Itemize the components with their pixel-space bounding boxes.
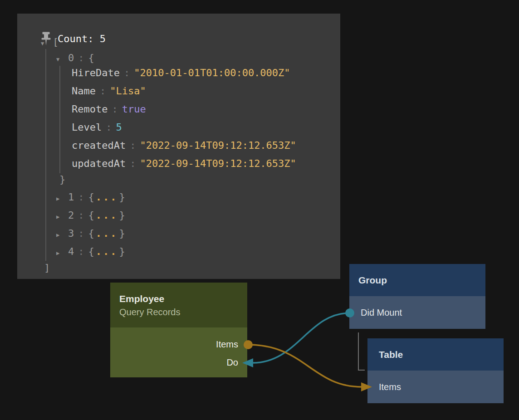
property-key: Remote — [72, 103, 108, 115]
group-node-header[interactable]: Group — [349, 264, 485, 296]
port-didmount-output[interactable]: Did Mount — [349, 296, 485, 329]
property-key: Name — [72, 85, 96, 97]
property-value: "2010-01-01T01:00:00.000Z" — [134, 67, 290, 78]
chevron-collapsed-icon[interactable]: ▶ — [56, 247, 68, 259]
brace-close: } — [119, 246, 125, 257]
item-index: 4 — [68, 246, 74, 257]
chevron-collapsed-icon[interactable]: ▶ — [56, 192, 68, 205]
group-node[interactable]: Group Did Mount — [349, 264, 485, 329]
table-node-header[interactable]: Table — [367, 338, 504, 371]
brace-close: } — [119, 228, 125, 239]
ellipsis: ... — [96, 210, 118, 221]
ellipsis: ... — [96, 228, 118, 239]
bracket-close: ] — [44, 262, 50, 273]
colon: : — [78, 246, 84, 257]
node-title: Table — [379, 349, 403, 360]
port-items-output[interactable]: Items — [110, 335, 247, 353]
brace-open: { — [88, 228, 94, 239]
colon: : — [124, 67, 130, 78]
property-value: "Lisa" — [110, 85, 146, 97]
colon: : — [78, 191, 84, 203]
wire-items-to-items[interactable] — [248, 345, 362, 387]
tree-property-row: updatedAt:"2022-09-14T09:12:12.653Z" — [17, 157, 296, 170]
colon: : — [78, 52, 84, 63]
port-label: Items — [379, 382, 401, 392]
colon: : — [130, 158, 136, 169]
colon: : — [100, 85, 106, 97]
table-node[interactable]: Table Items — [367, 338, 504, 403]
property-value: true — [122, 103, 146, 115]
item-index: 2 — [68, 210, 74, 221]
tree-item0-close-row: } — [17, 173, 65, 186]
employee-node[interactable]: Employee Query Records Items Do — [110, 283, 247, 377]
item-index: 1 — [68, 191, 74, 203]
property-value: 5 — [116, 122, 122, 133]
port-items-input[interactable]: Items — [367, 371, 504, 403]
node-editor-canvas: Count: 5 ▼[ ▼0:{ HireDate:"2010-01-01T01… — [0, 0, 519, 420]
tree-collapsed-row[interactable]: ▶3:{...} — [17, 227, 125, 240]
property-value: "2022-09-14T09:12:12.653Z" — [140, 140, 296, 151]
brace-open: { — [88, 52, 94, 63]
brace-open: { — [88, 191, 94, 203]
brace-close: } — [59, 174, 65, 185]
wire-didmount-to-do[interactable] — [253, 313, 350, 363]
node-subtitle: Query Records — [119, 305, 247, 319]
node-title: Group — [358, 275, 387, 286]
tree-collapsed-row[interactable]: ▶2:{...} — [17, 209, 125, 222]
employee-node-ports: Items Do — [110, 327, 247, 377]
inspector-title: Count: 5 — [58, 33, 106, 44]
colon: : — [78, 210, 84, 221]
property-key: updatedAt — [72, 158, 126, 169]
tree-property-row: Name:"Lisa" — [17, 85, 146, 98]
tree-item0-row[interactable]: ▼0:{ — [17, 52, 94, 64]
item-index: 0 — [68, 52, 74, 63]
tree-root-open-row[interactable]: ▼[ — [17, 36, 59, 49]
employee-node-header[interactable]: Employee Query Records — [110, 283, 247, 327]
group-table-hierarchy-line — [358, 332, 365, 370]
property-key: HireDate — [72, 67, 120, 78]
colon: : — [78, 228, 84, 239]
colon: : — [106, 122, 112, 133]
brace-open: { — [88, 210, 94, 221]
node-title: Employee — [119, 292, 247, 305]
bracket-open: [ — [53, 36, 59, 48]
port-do-input[interactable]: Do — [110, 353, 247, 371]
chevron-expanded-icon[interactable]: ▼ — [41, 37, 53, 50]
json-inspector-panel: Count: 5 ▼[ ▼0:{ HireDate:"2010-01-01T01… — [17, 14, 340, 279]
colon: : — [130, 140, 136, 151]
brace-close: } — [119, 191, 125, 203]
chevron-collapsed-icon[interactable]: ▶ — [56, 210, 68, 223]
brace-open: { — [88, 246, 94, 257]
tree-collapsed-row[interactable]: ▶4:{...} — [17, 245, 125, 258]
brace-close: } — [119, 210, 125, 221]
tree-property-row: createdAt:"2022-09-14T09:12:12.653Z" — [17, 139, 296, 152]
item-index: 3 — [68, 228, 74, 239]
chevron-collapsed-icon[interactable]: ▶ — [56, 229, 68, 241]
tree-property-row: Remote:true — [17, 103, 146, 116]
tree-property-row: Level:5 — [17, 121, 122, 134]
colon: : — [112, 103, 118, 115]
ellipsis: ... — [96, 246, 118, 257]
ellipsis: ... — [96, 191, 118, 203]
chevron-expanded-icon[interactable]: ▼ — [56, 53, 68, 66]
property-key: createdAt — [72, 140, 126, 151]
tree-property-row: HireDate:"2010-01-01T01:00:00.000Z" — [17, 67, 290, 79]
tree-collapsed-row[interactable]: ▶1:{...} — [17, 191, 125, 204]
property-key: Level — [72, 122, 102, 133]
property-value: "2022-09-14T09:12:12.653Z" — [140, 158, 296, 169]
port-label: Did Mount — [361, 308, 402, 318]
tree-root-close-row: ] — [17, 262, 50, 274]
